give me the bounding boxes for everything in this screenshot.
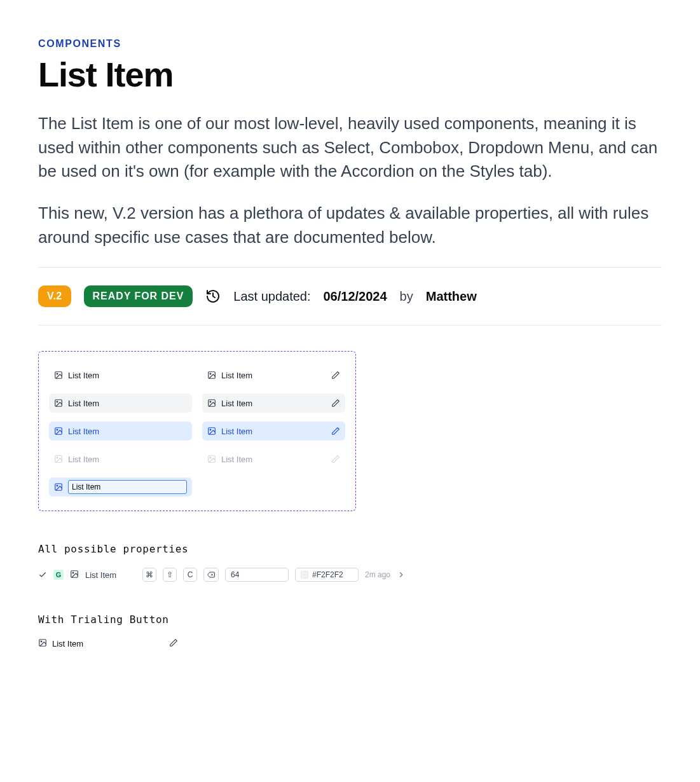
divider bbox=[38, 267, 662, 268]
list-item-label: List Item bbox=[221, 399, 326, 408]
svg-point-7 bbox=[57, 458, 58, 459]
last-updated-date: 06/12/2024 bbox=[324, 289, 387, 304]
image-icon bbox=[207, 399, 216, 408]
eyebrow: COMPONENTS bbox=[38, 38, 662, 50]
list-item-hover[interactable]: List Item bbox=[49, 394, 192, 413]
list-item-label: List Item bbox=[68, 427, 187, 436]
svg-point-9 bbox=[57, 486, 58, 487]
image-icon bbox=[207, 455, 216, 463]
svg-point-13 bbox=[210, 402, 211, 403]
intro-paragraph-2: This new, V.2 version has a plethora of … bbox=[38, 202, 662, 249]
image-icon bbox=[54, 427, 63, 436]
meta-row: V.2 READY FOR DEV Last updated: 06/12/20… bbox=[38, 285, 662, 307]
intro-paragraph-1: The List Item is one of our most low-lev… bbox=[38, 112, 662, 184]
image-icon bbox=[54, 399, 63, 408]
list-item-editing[interactable] bbox=[49, 477, 192, 497]
color-input[interactable]: #F2F2F2 bbox=[295, 568, 359, 582]
list-item-label: List Item bbox=[68, 455, 187, 464]
by-label: by bbox=[400, 289, 413, 304]
section-trailing-label: With Trialing Button bbox=[38, 614, 662, 626]
trailing-example[interactable]: List Item bbox=[38, 638, 178, 649]
timestamp: 2m ago bbox=[365, 570, 390, 579]
svg-point-3 bbox=[57, 402, 58, 403]
preview-left-column: List Item List Item List Item List Item bbox=[49, 366, 192, 497]
svg-point-15 bbox=[210, 430, 211, 431]
number-input[interactable]: 64 bbox=[225, 568, 289, 582]
backspace-icon bbox=[203, 568, 219, 582]
svg-point-23 bbox=[41, 641, 42, 643]
svg-point-11 bbox=[210, 374, 211, 375]
history-icon bbox=[205, 289, 221, 304]
section-all-props-label: All possible properties bbox=[38, 543, 662, 555]
image-icon bbox=[38, 638, 47, 649]
preview-box: List Item List Item List Item List Item bbox=[38, 351, 356, 511]
kbd-key: C bbox=[183, 568, 197, 582]
image-icon bbox=[207, 427, 216, 436]
pencil-icon bbox=[331, 455, 340, 463]
svg-point-19 bbox=[72, 572, 74, 573]
svg-point-5 bbox=[57, 430, 58, 431]
props-row: G List Item ⌘ ⇧ C 64 #F2F2F2 2m ago bbox=[38, 568, 662, 582]
author-name: Matthew bbox=[426, 289, 477, 304]
color-swatch bbox=[301, 571, 308, 579]
list-item-label: List Item bbox=[221, 427, 326, 436]
list-item-label: List Item bbox=[221, 371, 326, 380]
number-input-value: 64 bbox=[231, 570, 239, 579]
divider bbox=[38, 325, 662, 326]
status-badge: READY FOR DEV bbox=[84, 285, 193, 307]
list-item-disabled: List Item bbox=[49, 449, 192, 469]
pencil-icon[interactable] bbox=[169, 638, 178, 649]
svg-point-17 bbox=[210, 458, 211, 459]
list-item-label: List Item bbox=[68, 371, 187, 380]
list-item-selected[interactable]: List Item bbox=[49, 422, 192, 441]
list-item-label: List Item bbox=[221, 455, 326, 464]
color-input-value: #F2F2F2 bbox=[312, 570, 343, 579]
image-icon bbox=[54, 483, 63, 491]
preview-right-column: List Item List Item List Item bbox=[202, 366, 345, 497]
image-icon bbox=[54, 371, 63, 380]
list-item-edit-input[interactable] bbox=[68, 480, 187, 494]
list-item-disabled-trailing: List Item bbox=[202, 449, 345, 469]
last-updated-label: Last updated: bbox=[233, 289, 310, 304]
chevron-right-icon[interactable] bbox=[397, 570, 406, 579]
image-icon bbox=[54, 455, 63, 463]
pencil-icon[interactable] bbox=[331, 371, 340, 380]
list-item-label: List Item bbox=[68, 399, 187, 408]
image-icon bbox=[207, 371, 216, 380]
group-badge: G bbox=[53, 570, 64, 580]
svg-point-1 bbox=[57, 374, 58, 375]
list-item-hover-trailing[interactable]: List Item bbox=[202, 394, 345, 413]
version-badge: V.2 bbox=[38, 285, 71, 307]
trailing-label: List Item bbox=[52, 639, 164, 648]
kbd-shift: ⇧ bbox=[163, 568, 177, 582]
kbd-cmd: ⌘ bbox=[142, 568, 156, 582]
pencil-icon[interactable] bbox=[331, 427, 340, 436]
props-label: List Item bbox=[85, 570, 136, 580]
pencil-icon[interactable] bbox=[331, 399, 340, 408]
check-icon bbox=[38, 570, 47, 579]
list-item-default-trailing[interactable]: List Item bbox=[202, 366, 345, 385]
list-item-selected-trailing[interactable]: List Item bbox=[202, 422, 345, 441]
list-item-default[interactable]: List Item bbox=[49, 366, 192, 385]
image-icon bbox=[70, 570, 79, 580]
page-title: List Item bbox=[38, 55, 662, 94]
